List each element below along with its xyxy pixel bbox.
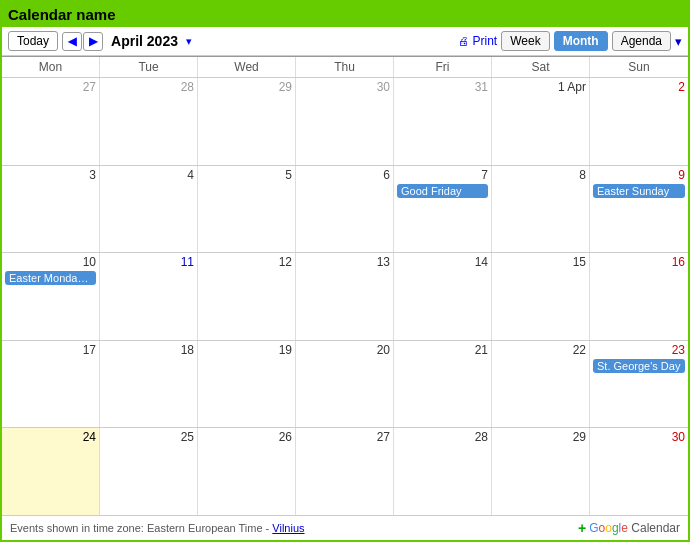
day-cell[interactable]: 24 (2, 428, 100, 515)
day-number: 6 (299, 168, 390, 182)
day-number: 31 (397, 80, 488, 94)
day-cell[interactable]: 25 (100, 428, 198, 515)
day-cell[interactable]: 31 (394, 78, 492, 165)
day-number: 22 (495, 343, 586, 357)
plus-icon: + (578, 520, 586, 536)
calendar-event[interactable]: St. George's Day (593, 359, 685, 373)
agenda-view-button[interactable]: Agenda (612, 31, 671, 51)
day-number: 16 (593, 255, 685, 269)
day-cell[interactable]: 29 (198, 78, 296, 165)
week-view-button[interactable]: Week (501, 31, 549, 51)
day-cell[interactable]: 27 (296, 428, 394, 515)
day-cell[interactable]: 22 (492, 341, 590, 428)
day-cell[interactable]: 28 (100, 78, 198, 165)
day-cell[interactable]: 23St. George's Day (590, 341, 688, 428)
day-number: 30 (299, 80, 390, 94)
day-number: 20 (299, 343, 390, 357)
day-cell[interactable]: 9Easter Sunday (590, 166, 688, 253)
day-cell[interactable]: 19 (198, 341, 296, 428)
week-row-3: 17181920212223St. George's Day (2, 341, 688, 429)
day-header-tue: Tue (100, 57, 198, 77)
day-cell[interactable]: 7Good Friday (394, 166, 492, 253)
day-number: 15 (495, 255, 586, 269)
day-cell[interactable]: 6 (296, 166, 394, 253)
google-calendar-label: Google Calendar (589, 521, 680, 535)
views-dropdown-button[interactable]: ▾ (675, 34, 682, 49)
day-number: 26 (201, 430, 292, 444)
day-number: 3 (5, 168, 96, 182)
day-number: 21 (397, 343, 488, 357)
calendar-event[interactable]: Easter Monday (re (5, 271, 96, 285)
today-button[interactable]: Today (8, 31, 58, 51)
day-number: 4 (103, 168, 194, 182)
calendar-event[interactable]: Easter Sunday (593, 184, 685, 198)
day-cell[interactable]: 20 (296, 341, 394, 428)
day-number: 13 (299, 255, 390, 269)
day-cell[interactable]: 3 (2, 166, 100, 253)
day-number: 2 (593, 80, 685, 94)
timezone-text: Events shown in time zone: Eastern Europ… (10, 522, 305, 534)
day-cell[interactable]: 29 (492, 428, 590, 515)
day-cell[interactable]: 21 (394, 341, 492, 428)
day-number: 27 (5, 80, 96, 94)
day-number: 9 (593, 168, 685, 182)
day-cell[interactable]: 30 (296, 78, 394, 165)
day-number: 1 Apr (495, 80, 586, 94)
day-cell[interactable]: 10Easter Monday (re (2, 253, 100, 340)
day-number: 12 (201, 255, 292, 269)
day-cell[interactable]: 5 (198, 166, 296, 253)
day-number: 23 (593, 343, 685, 357)
day-cell[interactable]: 15 (492, 253, 590, 340)
timezone-link[interactable]: Vilnius (272, 522, 304, 534)
day-number: 29 (201, 80, 292, 94)
day-cell[interactable]: 11 (100, 253, 198, 340)
day-number: 18 (103, 343, 194, 357)
day-number: 7 (397, 168, 488, 182)
day-cell[interactable]: 14 (394, 253, 492, 340)
toolbar: Today ◀ ▶ April 2023 ▾ Print Week Month … (2, 27, 688, 56)
day-number: 14 (397, 255, 488, 269)
day-cell[interactable]: 30 (590, 428, 688, 515)
day-header-sun: Sun (590, 57, 688, 77)
prev-month-button[interactable]: ◀ (62, 32, 82, 51)
day-cell[interactable]: 16 (590, 253, 688, 340)
day-cell[interactable]: 26 (198, 428, 296, 515)
day-headers: MonTueWedThuFriSatSun (2, 57, 688, 78)
google-calendar-link[interactable]: + Google Calendar (578, 520, 680, 536)
day-number: 5 (201, 168, 292, 182)
day-cell[interactable]: 27 (2, 78, 100, 165)
calendar-event[interactable]: Good Friday (397, 184, 488, 198)
month-view-button[interactable]: Month (554, 31, 608, 51)
calendar-grid: MonTueWedThuFriSatSun 27282930311 Apr234… (2, 56, 688, 515)
day-cell[interactable]: 28 (394, 428, 492, 515)
nav-buttons: ◀ ▶ (62, 32, 103, 51)
day-cell[interactable]: 12 (198, 253, 296, 340)
app-container: Calendar name Today ◀ ▶ April 2023 ▾ Pri… (0, 0, 690, 542)
week-row-2: 10Easter Monday (re111213141516 (2, 253, 688, 341)
day-header-thu: Thu (296, 57, 394, 77)
footer: Events shown in time zone: Eastern Europ… (2, 515, 688, 540)
day-number: 11 (103, 255, 194, 269)
print-button[interactable]: Print (458, 34, 497, 48)
day-cell[interactable]: 13 (296, 253, 394, 340)
day-number: 25 (103, 430, 194, 444)
day-number: 28 (397, 430, 488, 444)
day-header-sat: Sat (492, 57, 590, 77)
day-cell[interactable]: 17 (2, 341, 100, 428)
day-cell[interactable]: 2 (590, 78, 688, 165)
month-dropdown-button[interactable]: ▾ (186, 35, 192, 48)
day-cell[interactable]: 4 (100, 166, 198, 253)
calendar-title: Calendar name (2, 2, 688, 27)
day-number: 8 (495, 168, 586, 182)
day-number: 10 (5, 255, 96, 269)
next-month-button[interactable]: ▶ (83, 32, 103, 51)
day-header-fri: Fri (394, 57, 492, 77)
day-cell[interactable]: 8 (492, 166, 590, 253)
day-number: 28 (103, 80, 194, 94)
day-header-mon: Mon (2, 57, 100, 77)
month-year-label: April 2023 (111, 33, 178, 49)
day-cell[interactable]: 18 (100, 341, 198, 428)
week-row-1: 34567Good Friday89Easter Sunday (2, 166, 688, 254)
day-number: 29 (495, 430, 586, 444)
day-cell[interactable]: 1 Apr (492, 78, 590, 165)
